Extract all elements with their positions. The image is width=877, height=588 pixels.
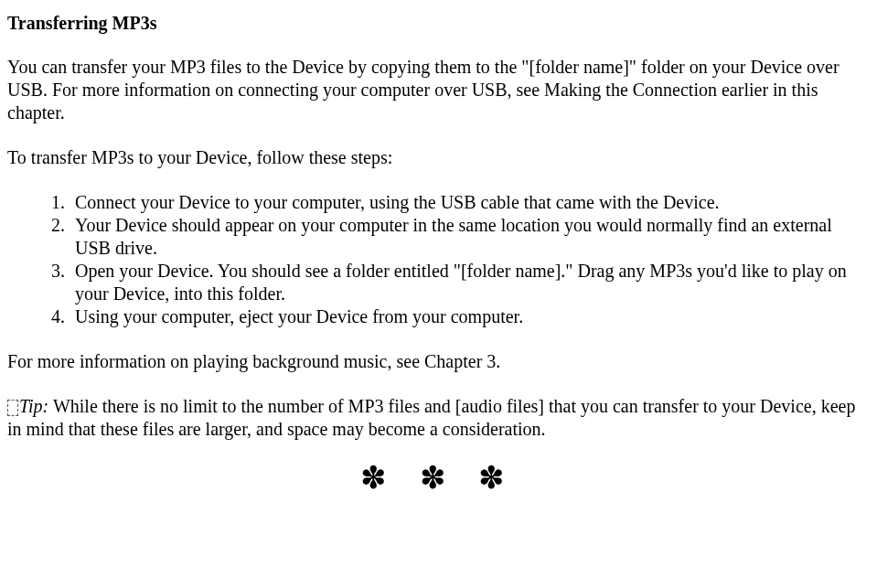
list-item: Open your Device. You should see a folde… bbox=[70, 260, 870, 305]
tip-body: While there is no limit to the number of… bbox=[7, 396, 855, 439]
section-divider: ✽ ✽ ✽ bbox=[7, 459, 870, 496]
tip-label: Tip: bbox=[19, 396, 48, 416]
more-info-paragraph: For more information on playing backgrou… bbox=[7, 350, 870, 373]
list-item: Connect your Device to your computer, us… bbox=[70, 191, 870, 214]
lightbulb-icon bbox=[7, 400, 18, 416]
list-item: Your Device should appear on your comput… bbox=[70, 214, 870, 260]
intro-paragraph: You can transfer your MP3 files to the D… bbox=[7, 56, 870, 124]
tip-block: Tip: While there is no limit to the numb… bbox=[7, 395, 870, 441]
list-item: Using your computer, eject your Device f… bbox=[70, 305, 870, 328]
steps-list: Connect your Device to your computer, us… bbox=[7, 191, 870, 328]
steps-lead-paragraph: To transfer MP3s to your Device, follow … bbox=[7, 146, 870, 169]
section-heading: Transferring MP3s bbox=[7, 13, 870, 34]
